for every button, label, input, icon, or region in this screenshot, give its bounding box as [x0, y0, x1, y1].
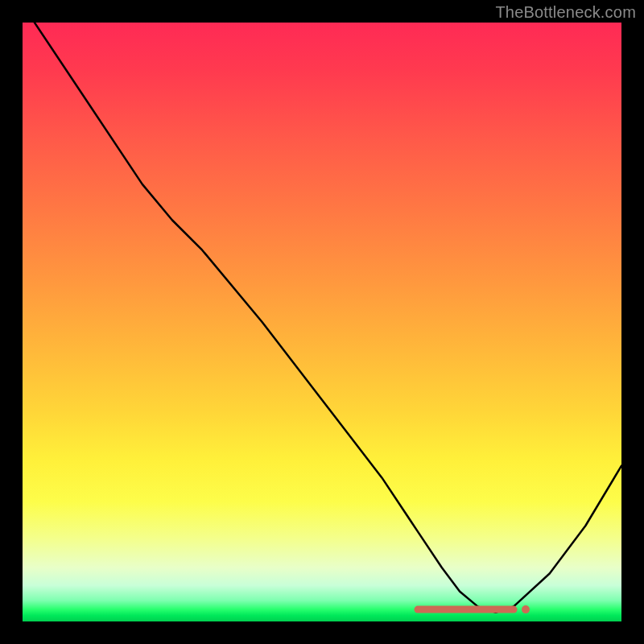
plot-area [23, 23, 621, 621]
chart-stage: TheBottleneck.com [0, 0, 644, 644]
plot-overlay [23, 23, 621, 621]
watermark-text: TheBottleneck.com [495, 3, 636, 22]
bottleneck-curve [35, 23, 621, 613]
optimal-point-dot [522, 605, 530, 613]
